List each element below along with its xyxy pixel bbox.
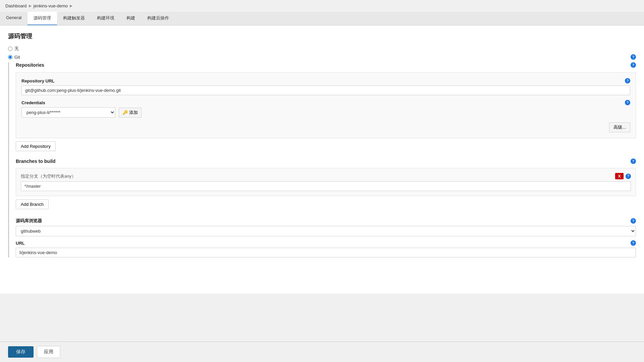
breadcrumb-dashboard[interactable]: Dashboard — [5, 3, 27, 8]
add-credential-button[interactable]: 🔑 添加 — [119, 108, 142, 118]
breadcrumb-project[interactable]: jenkins-vue-demo — [34, 3, 68, 8]
radio-none-label[interactable]: 无 — [14, 46, 19, 52]
repo-browser-section: 源码库浏览器 ? githubweb bitbucketweb assembla… — [16, 218, 636, 257]
repo-browser-help-icon[interactable]: ? — [631, 218, 636, 224]
delete-branch-button[interactable]: X — [615, 173, 624, 179]
url-field-label: URL — [16, 241, 25, 246]
branches-help-icon[interactable]: ? — [631, 159, 636, 164]
git-help-icon[interactable]: ? — [631, 54, 636, 60]
branch-spec-row: 指定分支（为空时代表any） X ? — [16, 168, 636, 196]
credentials-field-group: Credentials ? peng-plus-li/****** 🔑 添加 — [21, 100, 630, 118]
url-field-input[interactable] — [16, 248, 636, 257]
branch-spec-label: 指定分支（为空时代表any） — [21, 173, 76, 179]
git-subsection: Repositories ? Repository URL ? Credenti… — [8, 62, 636, 257]
repositories-title: Repositories — [16, 62, 44, 68]
main-content: 源码管理 无 Git ? Repositories ? Repository U… — [0, 25, 644, 294]
breadcrumb-arrow-1: ▶ — [29, 4, 32, 8]
tab-build[interactable]: 构建 — [120, 12, 141, 25]
branches-title: Branches to build — [16, 159, 55, 164]
add-repository-button[interactable]: Add Repository — [16, 141, 56, 151]
advanced-button[interactable]: 高级... — [609, 122, 630, 132]
radio-git[interactable] — [8, 55, 12, 59]
section-title: 源码管理 — [8, 32, 636, 40]
credentials-help-icon[interactable]: ? — [625, 100, 630, 105]
repo-url-help-icon[interactable]: ? — [625, 78, 630, 83]
repo-url-input[interactable] — [21, 85, 630, 95]
tab-env[interactable]: 构建环境 — [91, 12, 120, 25]
repositories-header: Repositories ? — [16, 62, 636, 68]
repo-url-field-group: Repository URL ? — [21, 78, 630, 95]
radio-git-row: Git ? — [8, 54, 636, 60]
repo-browser-select[interactable]: githubweb bitbucketweb assembla fisheye … — [16, 226, 636, 236]
tab-general[interactable]: General — [0, 12, 28, 25]
add-branch-button[interactable]: Add Branch — [16, 199, 49, 209]
tabs-bar: General 源码管理 构建触发器 构建环境 构建 构建后操作 — [0, 12, 644, 25]
repo-url-label: Repository URL — [21, 78, 54, 83]
url-field-group: URL ? — [16, 240, 636, 257]
tab-scm[interactable]: 源码管理 — [28, 12, 57, 25]
branch-spec-help-icon[interactable]: ? — [626, 174, 631, 179]
breadcrumb-arrow-2: ▶ — [70, 4, 72, 8]
advanced-row: 高级... — [21, 122, 630, 132]
tab-post[interactable]: 构建后操作 — [141, 12, 175, 25]
credentials-select[interactable]: peng-plus-li/****** — [21, 107, 115, 118]
radio-git-label[interactable]: Git — [14, 55, 20, 60]
breadcrumb: Dashboard ▶ jenkins-vue-demo ▶ — [0, 0, 644, 12]
credentials-row: peng-plus-li/****** 🔑 添加 — [21, 107, 630, 118]
radio-none-row: 无 — [8, 46, 636, 52]
repo-url-section: Repository URL ? Credentials ? peng-plus… — [16, 72, 636, 138]
repo-browser-label: 源码库浏览器 — [16, 218, 42, 224]
tab-triggers[interactable]: 构建触发器 — [57, 12, 91, 25]
radio-none[interactable] — [8, 47, 12, 51]
branches-section: Branches to build ? 指定分支（为空时代表any） X ? A… — [16, 159, 636, 215]
credentials-label: Credentials — [21, 100, 45, 105]
repositories-help-icon[interactable]: ? — [631, 62, 636, 68]
branch-spec-input[interactable] — [21, 181, 631, 191]
url-help-icon[interactable]: ? — [631, 240, 636, 246]
